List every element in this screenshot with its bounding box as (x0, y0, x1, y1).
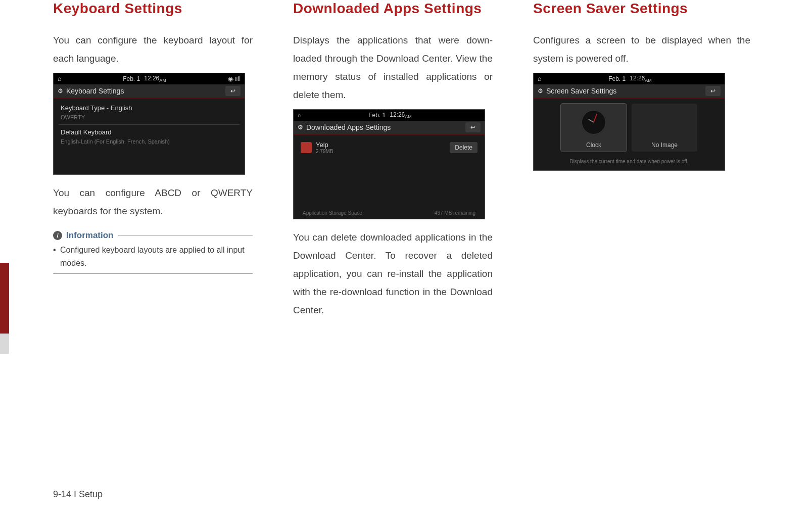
list-item-keyboard-type-sub: QWERTY (59, 114, 240, 123)
screenshot-body: Keyboard Type - English QWERTY Default K… (54, 99, 245, 174)
app-icon-yelp (301, 142, 312, 153)
info-icon: i (53, 231, 62, 240)
status-time: 12:26AM (390, 111, 412, 119)
screenshot-status-bar: ⌂ Feb. 1 12:26AM (534, 73, 725, 84)
option-clock[interactable]: Clock (561, 104, 627, 152)
app-row: Yelp 2.79MB Delete (299, 138, 480, 157)
content-columns: Keyboard Settings You can configure the … (53, 0, 750, 324)
list-item-default-keyboard-sub: English-Latin (For English, French, Span… (59, 138, 240, 148)
back-button[interactable]: ↩ (465, 122, 481, 132)
delete-button[interactable]: Delete (450, 142, 477, 153)
screenshot-status-bar: ⌂ Feb. 1 12:26AM (294, 110, 485, 121)
gear-icon: ⚙ (298, 124, 303, 131)
screenshot-status-bar: ⌂ Feb. 1 12:26AM ◉·ııll (54, 73, 245, 84)
list-item-default-keyboard[interactable]: Default Keyboard (59, 126, 240, 138)
option-no-image[interactable]: No Image (632, 104, 697, 152)
back-button[interactable]: ↩ (225, 86, 241, 96)
intro-keyboard: You can configure the keyboard layout fo… (53, 31, 253, 68)
screen-title: Downloaded Apps Settings (306, 123, 391, 131)
option-hint: Displays the current time and date when … (534, 157, 725, 170)
screenshot-screen-saver: ⌂ Feb. 1 12:26AM ⚙Screen Saver Settings … (533, 73, 725, 171)
page-footer: 9-14 I Setup (53, 489, 103, 500)
option-no-image-label: No Image (651, 141, 678, 149)
screenshot-title-bar: ⚙Downloaded Apps Settings ↩ (294, 121, 485, 135)
storage-footer: Application Storage Space 467 MB remaini… (299, 157, 480, 219)
screen-title: Screen Saver Settings (546, 87, 616, 95)
status-time: 12:26AM (144, 75, 166, 83)
storage-remaining: 467 MB remaining (435, 210, 475, 216)
gear-icon: ⚙ (538, 87, 543, 94)
heading-screen-saver: Screen Saver Settings (533, 0, 750, 17)
status-date: Feb. 1 (368, 112, 386, 119)
intro-screen-saver: Configures a screen to be displayed when… (533, 31, 750, 68)
chapter-tab-secondary (0, 334, 9, 354)
screen-title: Keyboard Settings (66, 87, 124, 95)
info-label: Information (66, 230, 114, 241)
chapter-tab (0, 263, 9, 334)
screenshot-downloaded-apps: ⌂ Feb. 1 12:26AM ⚙Downloaded Apps Settin… (293, 109, 485, 219)
intro-downloaded-apps: Displays the applications that were down… (293, 31, 493, 104)
home-icon: ⌂ (298, 112, 301, 119)
column-keyboard-settings: Keyboard Settings You can configure the … (53, 0, 253, 324)
screenshot-title-bar: ⚙Screen Saver Settings ↩ (534, 84, 725, 99)
heading-keyboard-settings: Keyboard Settings (53, 0, 253, 17)
column-screen-saver: Screen Saver Settings Configures a scree… (533, 0, 750, 324)
signal-icon: ◉·ııll (228, 75, 241, 82)
information-block: i Information Configured keyboard layout… (53, 230, 253, 274)
screenshot-body: Clock No Image Displays the current time… (534, 99, 725, 170)
para-delete-apps: You can delete downloaded applications i… (293, 228, 493, 319)
home-icon: ⌂ (538, 75, 541, 82)
column-downloaded-apps: Downloaded Apps Settings Displays the ap… (293, 0, 493, 324)
status-time: 12:26AM (630, 75, 652, 83)
signal-icon (719, 75, 721, 82)
app-size: 2.79MB (316, 149, 446, 154)
screenshot-body: Yelp 2.79MB Delete Application Storage S… (294, 135, 485, 219)
heading-downloaded-apps: Downloaded Apps Settings (293, 0, 493, 17)
list-item-keyboard-type[interactable]: Keyboard Type - English (59, 102, 240, 114)
home-icon: ⌂ (58, 75, 61, 82)
status-date: Feb. 1 (123, 75, 140, 82)
gear-icon: ⚙ (58, 87, 63, 94)
status-date: Feb. 1 (608, 75, 626, 82)
back-button[interactable]: ↩ (705, 86, 721, 96)
signal-icon (479, 112, 481, 119)
screenshot-title-bar: ⚙Keyboard Settings ↩ (54, 84, 245, 99)
storage-label: Application Storage Space (303, 210, 362, 216)
clock-icon (581, 110, 606, 135)
para-keyboard-config: You can configure ABCD or QWERTY keyboar… (53, 184, 253, 220)
info-bullet: Configured keyboard layouts are applied … (53, 244, 253, 269)
screenshot-keyboard-settings: ⌂ Feb. 1 12:26AM ◉·ııll ⚙Keyboard Settin… (53, 73, 245, 175)
option-clock-label: Clock (586, 141, 601, 149)
app-name: Yelp (316, 141, 446, 149)
